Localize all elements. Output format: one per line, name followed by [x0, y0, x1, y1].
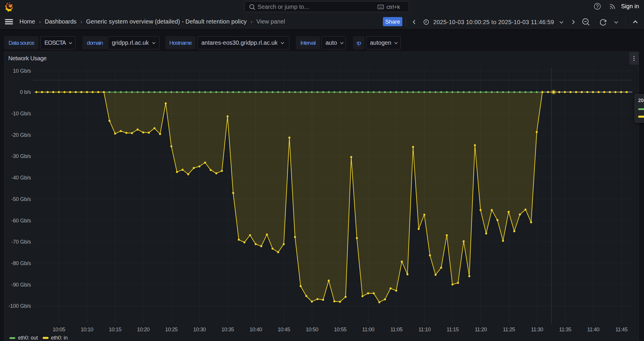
svg-text:10 Gb/s: 10 Gb/s: [13, 68, 31, 74]
svg-text:-80 Gb/s: -80 Gb/s: [11, 260, 31, 266]
svg-text:11:15: 11:15: [447, 327, 459, 332]
svg-text:10:10: 10:10: [81, 327, 93, 332]
svg-text:10:50: 10:50: [306, 327, 318, 332]
svg-text:11:25: 11:25: [503, 327, 515, 332]
svg-text:11:40: 11:40: [587, 327, 600, 332]
svg-text:-90 Gb/s: -90 Gb/s: [11, 282, 31, 288]
svg-text:11:05: 11:05: [390, 327, 403, 332]
svg-text:-70 Gb/s: -70 Gb/s: [11, 239, 31, 245]
svg-text:10:20: 10:20: [137, 327, 150, 332]
svg-text:-10 Gb/s: -10 Gb/s: [11, 111, 31, 117]
svg-text:10:55: 10:55: [334, 327, 346, 332]
svg-text:11:10: 11:10: [419, 327, 431, 332]
svg-text:10:30: 10:30: [193, 327, 206, 332]
svg-text:-30 Gb/s: -30 Gb/s: [11, 153, 31, 159]
svg-text:10:40: 10:40: [250, 327, 262, 332]
svg-text:10:45: 10:45: [278, 327, 290, 332]
svg-text:0 b/s: 0 b/s: [20, 89, 31, 95]
svg-text:10:15: 10:15: [109, 327, 122, 332]
svg-text:-20 Gb/s: -20 Gb/s: [11, 132, 31, 138]
svg-text:-40 Gb/s: -40 Gb/s: [11, 175, 31, 181]
svg-text:11:35: 11:35: [559, 327, 572, 332]
svg-text:-60 Gb/s: -60 Gb/s: [11, 218, 31, 224]
svg-text:11:30: 11:30: [531, 327, 543, 332]
svg-text:-100 Gb/s: -100 Gb/s: [9, 303, 31, 309]
svg-text:11:45: 11:45: [615, 327, 628, 332]
svg-text:11:00: 11:00: [362, 327, 375, 332]
svg-text:10:05: 10:05: [53, 327, 65, 332]
svg-text:10:25: 10:25: [165, 327, 178, 332]
svg-text:11:20: 11:20: [475, 327, 487, 332]
svg-text:10:35: 10:35: [221, 327, 234, 332]
svg-text:-50 Gb/s: -50 Gb/s: [11, 196, 31, 202]
